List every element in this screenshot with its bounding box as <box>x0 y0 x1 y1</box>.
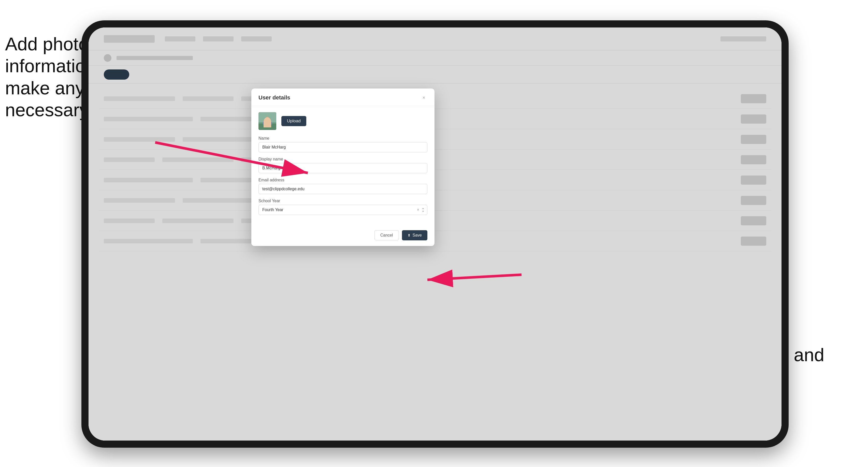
page: Add photo, check information and make an… <box>0 0 868 467</box>
email-label: Email address <box>258 178 427 182</box>
display-name-form-group: Display name <box>258 157 427 173</box>
modal-body: Upload Name Display name <box>251 106 435 226</box>
school-year-label: School Year <box>258 199 427 203</box>
modal-header: User details × <box>251 89 435 106</box>
modal-overlay <box>89 28 781 440</box>
save-label: Save <box>413 233 422 238</box>
spin-buttons: ▲ ▼ <box>421 207 425 213</box>
name-input[interactable] <box>258 142 427 152</box>
svg-rect-1 <box>258 112 276 122</box>
svg-point-3 <box>265 117 270 122</box>
clear-icon[interactable]: × <box>417 208 419 212</box>
display-name-input[interactable] <box>258 163 427 173</box>
svg-rect-5 <box>263 122 265 125</box>
save-icon: ⬆ <box>407 233 411 237</box>
photo-section: Upload <box>258 112 427 130</box>
tablet-device: User details × <box>82 20 788 448</box>
svg-rect-4 <box>265 121 270 126</box>
save-button[interactable]: ⬆ Save <box>402 230 427 240</box>
display-name-label: Display name <box>258 157 427 161</box>
spin-down-button[interactable]: ▼ <box>421 210 425 213</box>
school-year-input[interactable] <box>258 205 427 215</box>
svg-rect-2 <box>258 124 276 130</box>
email-input[interactable] <box>258 184 427 194</box>
school-year-wrapper: × ▲ ▼ <box>258 205 427 215</box>
name-label: Name <box>258 136 427 141</box>
modal-footer: Cancel ⬆ Save <box>251 226 435 246</box>
cancel-button[interactable]: Cancel <box>374 230 399 240</box>
school-year-form-group: School Year × ▲ ▼ <box>258 199 427 215</box>
app-content: User details × <box>89 28 781 440</box>
user-photo-img <box>258 112 276 130</box>
tablet-screen: User details × <box>89 28 781 440</box>
close-button[interactable]: × <box>420 94 427 101</box>
upload-button[interactable]: Upload <box>281 116 306 126</box>
user-avatar <box>258 112 276 130</box>
modal-title: User details <box>258 94 290 101</box>
school-year-controls: × ▲ ▼ <box>417 207 425 213</box>
svg-rect-6 <box>270 122 272 125</box>
spin-up-button[interactable]: ▲ <box>421 207 425 210</box>
name-form-group: Name <box>258 136 427 152</box>
modal-dialog: User details × <box>251 89 435 246</box>
email-form-group: Email address <box>258 178 427 194</box>
